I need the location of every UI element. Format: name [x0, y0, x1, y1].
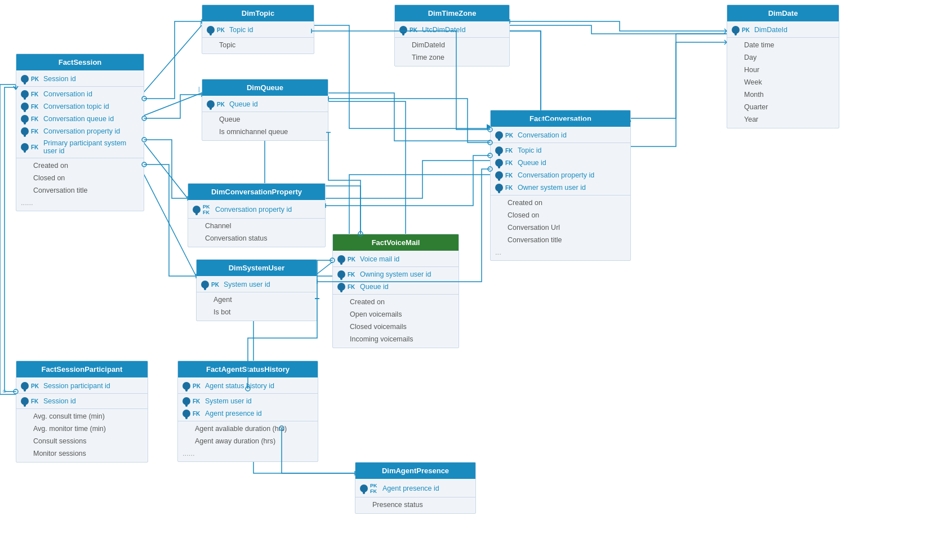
table-row: Time zone: [395, 51, 509, 64]
svg-text:|: |: [198, 86, 200, 92]
table-row: Is bot: [197, 306, 317, 318]
table-row: FK Queue id: [333, 281, 459, 293]
fk-icon: [337, 270, 345, 278]
table-dimqueue-header: DimQueue: [202, 79, 328, 96]
table-row: Conversation title: [491, 234, 630, 246]
table-factagentstatushistory-header: FactAgentStatusHistory: [178, 361, 318, 377]
pk-icon: [399, 26, 407, 34]
table-row: FK Owning system user id: [333, 268, 459, 281]
table-row: Year: [727, 113, 839, 126]
table-row: Month: [727, 88, 839, 101]
table-row: Created on: [333, 296, 459, 308]
table-factagentstatushistory: FactAgentStatusHistory PK Agent status h…: [177, 361, 318, 462]
fk-icon: [495, 184, 503, 192]
fk-icon: [21, 115, 29, 123]
table-dimtimezone: DimTimeZone PK UtcDimDateId DimDateId Ti…: [394, 5, 510, 66]
table-row: DimDateId: [395, 39, 509, 51]
table-row: Is omnichannel queue: [202, 126, 328, 138]
table-row: Week: [727, 76, 839, 88]
pk-icon: [495, 131, 503, 139]
table-row: Avg. monitor time (min): [16, 423, 148, 435]
table-row: Queue: [202, 113, 328, 126]
table-dimsystemuser-header: DimSystemUser: [197, 260, 317, 276]
table-row: PK Session id: [16, 73, 144, 85]
fk-icon: [183, 397, 190, 405]
table-row: Open voicemails: [333, 308, 459, 321]
table-factsessionparticipant-header: FactSessionParticipant: [16, 361, 148, 377]
table-dimconversationproperty-header: DimConversationProperty: [188, 184, 325, 200]
table-factconversation: FactConversation PK Conversation id FK T…: [490, 110, 631, 261]
table-row: PK DimDateId: [727, 24, 839, 36]
table-row: Created on: [491, 197, 630, 209]
pk-icon: [207, 100, 215, 108]
table-row: Topic: [202, 39, 314, 51]
table-row: FK Conversation topic id: [16, 100, 144, 113]
fk-icon: [337, 283, 345, 291]
table-row: PK Voice mail id: [333, 253, 459, 265]
svg-line-5: [140, 137, 188, 198]
table-row: FK Queue id: [491, 157, 630, 169]
table-row: FK Conversation id: [16, 88, 144, 100]
fk-icon: [495, 171, 503, 179]
more-fields-indicator: ......: [178, 447, 318, 459]
table-dimqueue: DimQueue PK Queue id Queue Is omnichanne…: [202, 79, 328, 141]
table-row: FK Topic id: [491, 144, 630, 157]
pkfk-icon: [360, 485, 368, 492]
svg-line-0: [140, 25, 202, 97]
table-row: Agent away duration (hrs): [178, 435, 318, 447]
fk-icon: [495, 159, 503, 167]
table-row: PK Agent status history id: [178, 380, 318, 392]
table-row: Monitor sessions: [16, 447, 148, 460]
fk-icon: [21, 103, 29, 110]
svg-text:○: ○: [2, 387, 6, 395]
fk-icon: [21, 90, 29, 98]
fk-icon: [21, 397, 29, 405]
table-row: Incoming voicemails: [333, 333, 459, 345]
fk-icon: [183, 410, 190, 417]
pk-icon: [183, 382, 190, 390]
table-row: Hour: [727, 64, 839, 76]
table-row: FK Primary participant system user id: [16, 137, 144, 157]
table-dimtopic-header: DimTopic: [202, 5, 314, 21]
pk-icon: [201, 281, 209, 288]
table-row: Day: [727, 51, 839, 64]
table-factsession-header: FactSession: [16, 54, 144, 70]
table-row: PK Queue id: [202, 98, 328, 110]
table-row: FK Conversation queue id: [16, 113, 144, 125]
table-factconversation-header: FactConversation: [491, 110, 630, 127]
table-row: FK Agent presence id: [178, 407, 318, 420]
table-row: Conversation title: [16, 184, 144, 197]
table-dimdate: DimDate PK DimDateId Date time Day Hour: [727, 5, 839, 128]
table-row: FK Owner system user id: [491, 181, 630, 194]
table-row: PK Session participant id: [16, 380, 148, 392]
table-dimagentpresence: DimAgentPresence PKFK Agent presence id …: [355, 462, 476, 514]
more-fields-indicator: ...: [491, 246, 630, 258]
table-row: Presence status: [355, 499, 475, 511]
table-dimsystemuser: DimSystemUser PK System user id Agent Is…: [196, 259, 317, 321]
table-row: Channel: [188, 220, 325, 232]
fk-icon: [21, 143, 29, 151]
table-dimconversationproperty: DimConversationProperty PKFK Conversatio…: [188, 183, 326, 247]
table-row: PK Topic id: [202, 24, 314, 36]
table-row: Conversation status: [188, 232, 325, 245]
table-row: Conversation Url: [491, 221, 630, 234]
table-row: Closed on: [16, 172, 144, 184]
more-fields-indicator: ......: [16, 197, 144, 208]
table-factvoicemail-header: FactVoiceMail: [333, 234, 459, 251]
table-row: FK System user id: [178, 395, 318, 407]
table-row: Closed on: [491, 209, 630, 221]
table-dimtopic: DimTopic PK Topic id Topic: [202, 5, 314, 54]
diagram-canvas: ○ | | ▶ ○: [0, 0, 939, 560]
table-dimagentpresence-header: DimAgentPresence: [355, 463, 475, 479]
svg-line-3: [140, 93, 202, 117]
table-row: Agent avaliable duration (hrs): [178, 423, 318, 435]
table-dimdate-header: DimDate: [727, 5, 839, 21]
fk-icon: [495, 146, 503, 154]
table-row: Date time: [727, 39, 839, 51]
table-row: Agent: [197, 294, 317, 306]
table-row: PKFK Conversation property id: [188, 202, 325, 217]
table-row: PKFK Agent presence id: [355, 481, 475, 496]
pk-icon: [21, 382, 29, 390]
table-factsessionparticipant: FactSessionParticipant PK Session partic…: [16, 361, 148, 463]
table-row: PK System user id: [197, 278, 317, 291]
